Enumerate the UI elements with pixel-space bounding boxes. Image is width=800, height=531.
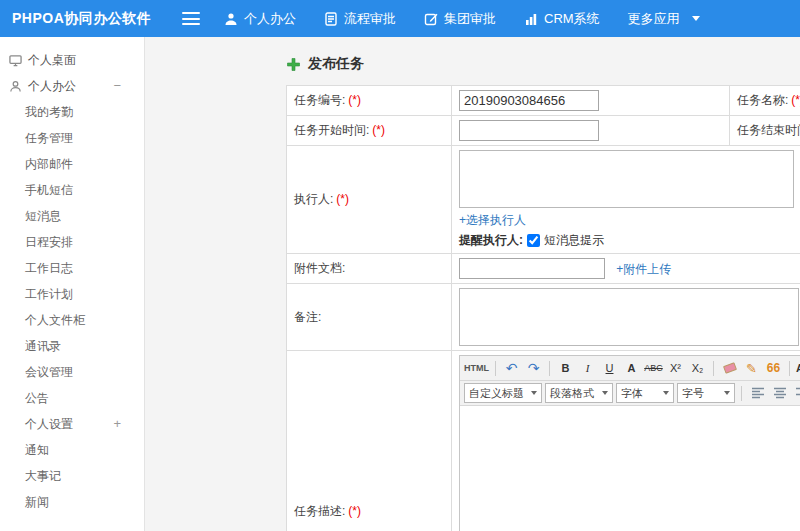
underline-button[interactable]: U — [600, 359, 619, 378]
strikethrough-button[interactable]: ABC — [644, 359, 663, 378]
sidebar-item-personal-settings[interactable]: 个人设置 + — [0, 411, 144, 437]
sidebar: 个人桌面 个人办公 − 我的考勤 任务管理 内部邮件 手机短信 短消息 日程安排… — [0, 37, 145, 531]
nav-crm[interactable]: CRM系统 — [524, 10, 600, 28]
align-center-icon[interactable] — [770, 384, 789, 403]
format-brush-icon[interactable]: ✎ — [742, 359, 761, 378]
italic-button[interactable]: I — [578, 359, 597, 378]
attachment-input[interactable] — [459, 258, 605, 279]
start-time-label: 任务开始时间:(*) — [287, 116, 452, 146]
required-mark: (*) — [336, 192, 349, 206]
chevron-down-icon — [724, 391, 730, 395]
sidebar-item-mobile-sms[interactable]: 手机短信 — [0, 177, 144, 203]
align-left-icon[interactable] — [748, 384, 767, 403]
task-name-label: 任务名称:(*) — [730, 86, 800, 116]
font-style-button[interactable]: A — [622, 359, 641, 378]
edit-square-icon — [424, 12, 438, 26]
row-task-time: 任务开始时间:(*) 任务结束时间:(*) — [287, 116, 800, 146]
top-nav: 个人办公 流程审批 集团审批 CRM系统 更多应用 — [224, 10, 700, 28]
nav-label: 流程审批 — [344, 10, 396, 28]
toolbar-separator — [495, 361, 496, 376]
heading-select[interactable]: 自定义标题 — [464, 383, 542, 403]
desktop-icon — [9, 54, 22, 67]
start-time-input[interactable] — [459, 120, 599, 141]
sidebar-item-work-plan[interactable]: 工作计划 — [0, 281, 144, 307]
page-title: 发布任务 — [308, 55, 364, 73]
attachment-upload-link[interactable]: +附件上传 — [616, 262, 671, 276]
user-icon — [9, 80, 22, 93]
menu-toggle-icon[interactable] — [182, 12, 200, 25]
html-source-button[interactable]: HTML — [464, 359, 489, 378]
add-icon — [286, 57, 301, 72]
font-family-select[interactable]: 字体 — [616, 383, 674, 403]
main-content: 发布任务 任务编号:(*) 任务名称:(*) 任务开始时间:(*) — [146, 37, 800, 531]
remind-executor-label: 提醒执行人: — [459, 232, 523, 249]
executor-label: 执行人:(*) — [287, 146, 452, 254]
nav-more-apps[interactable]: 更多应用 — [628, 10, 700, 28]
sidebar-item-memorabilia[interactable]: 大事记 — [0, 463, 144, 489]
redo-icon[interactable]: ↷ — [524, 359, 543, 378]
sidebar-item-short-message[interactable]: 短消息 — [0, 203, 144, 229]
expand-icon[interactable]: + — [113, 411, 121, 437]
attachment-label: 附件文档: — [287, 254, 452, 284]
sidebar-item-label: 个人桌面 — [28, 47, 76, 73]
align-right-icon[interactable] — [792, 384, 800, 403]
app-logo: PHPOA协同办公软件 — [0, 10, 182, 28]
font-color-button[interactable]: A — [796, 359, 800, 378]
paragraph-format-select[interactable]: 段落格式 — [545, 383, 613, 403]
sidebar-item-notice[interactable]: 通知 — [0, 437, 144, 463]
workflow-icon — [324, 12, 338, 26]
sidebar-item-task-management[interactable]: 任务管理 — [0, 125, 144, 151]
sms-remind-option: 短消息提示 — [544, 232, 604, 249]
nav-label: 更多应用 — [628, 10, 680, 28]
toolbar-separator — [549, 361, 550, 376]
sidebar-item-label: 个人办公 — [28, 73, 76, 99]
sidebar-item-attendance[interactable]: 我的考勤 — [0, 99, 144, 125]
row-description: 任务描述:(*) HTML ↶ ↷ B I U A ABC X² — [287, 351, 800, 531]
sidebar-item-internal-mail[interactable]: 内部邮件 — [0, 151, 144, 177]
sidebar-item-file-cabinet[interactable]: 个人文件柜 — [0, 307, 144, 333]
nav-workflow-approval[interactable]: 流程审批 — [324, 10, 396, 28]
subscript-button[interactable]: X₂ — [688, 359, 707, 378]
row-remark: 备注: — [287, 284, 800, 351]
required-mark: (*) — [348, 504, 361, 518]
sidebar-item-desktop[interactable]: 个人桌面 — [0, 47, 144, 73]
choose-executor-link[interactable]: +选择执行人 — [459, 213, 526, 227]
sidebar-item-schedule[interactable]: 日程安排 — [0, 229, 144, 255]
description-label: 任务描述:(*) — [287, 351, 452, 531]
required-mark: (*) — [348, 93, 361, 107]
remark-label: 备注: — [287, 284, 452, 351]
chevron-down-icon — [602, 391, 608, 395]
editor-content-area[interactable] — [460, 406, 800, 531]
bar-chart-icon — [524, 12, 538, 26]
editor-toolbar-row2: 自定义标题 段落格式 字体 字号 — [460, 381, 800, 406]
required-mark: (*) — [791, 93, 800, 107]
font-size-select[interactable]: 字号 — [677, 383, 735, 403]
sidebar-item-announcement[interactable]: 公告 — [0, 385, 144, 411]
collapse-icon[interactable]: − — [113, 73, 121, 99]
sidebar-item-contacts[interactable]: 通讯录 — [0, 333, 144, 359]
sidebar-item-work-log[interactable]: 工作日志 — [0, 255, 144, 281]
toolbar-separator — [741, 386, 742, 401]
nav-group-approval[interactable]: 集团审批 — [424, 10, 496, 28]
remark-textarea[interactable] — [459, 288, 799, 346]
row-task-number: 任务编号:(*) 任务名称:(*) — [287, 86, 800, 116]
row-executor: 执行人:(*) +选择执行人 提醒执行人: 短消息提示 — [287, 146, 800, 254]
sidebar-item-news[interactable]: 新闻 — [0, 489, 144, 515]
sms-remind-checkbox[interactable] — [527, 234, 540, 247]
undo-icon[interactable]: ↶ — [502, 359, 521, 378]
eraser-icon[interactable] — [720, 359, 739, 378]
executor-box[interactable] — [459, 150, 794, 208]
row-attachment: 附件文档: +附件上传 — [287, 254, 800, 284]
task-number-label: 任务编号:(*) — [287, 86, 452, 116]
nav-personal-office[interactable]: 个人办公 — [224, 10, 296, 28]
blockquote-button[interactable]: 66 — [764, 359, 783, 378]
toolbar-separator — [789, 361, 790, 376]
bold-button[interactable]: B — [556, 359, 575, 378]
editor-toolbar-row1: HTML ↶ ↷ B I U A ABC X² X₂ ✎ — [460, 356, 800, 381]
superscript-button[interactable]: X² — [666, 359, 685, 378]
sidebar-item-personal-office[interactable]: 个人办公 − — [0, 73, 144, 99]
task-number-input[interactable] — [459, 90, 599, 111]
nav-label: CRM系统 — [544, 10, 600, 28]
nav-label: 个人办公 — [244, 10, 296, 28]
sidebar-item-meeting[interactable]: 会议管理 — [0, 359, 144, 385]
